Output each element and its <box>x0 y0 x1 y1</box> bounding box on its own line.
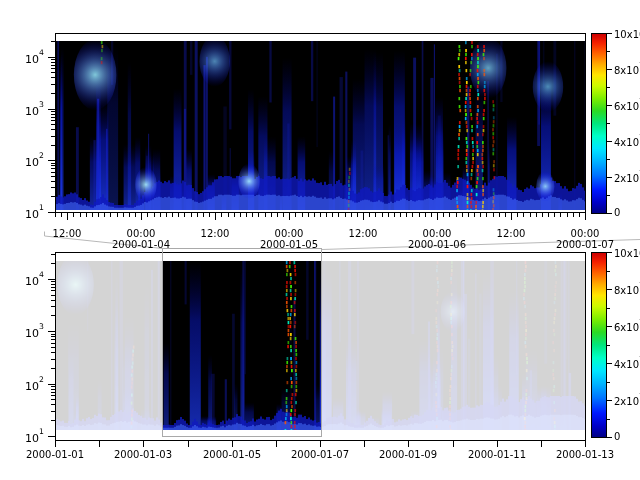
axis-tick <box>232 441 233 447</box>
axis-tick <box>123 213 124 217</box>
axis-tick <box>48 160 55 161</box>
axis-tick-label: 2x107 <box>614 171 640 184</box>
axis-tick <box>129 213 130 217</box>
axis-tick <box>480 213 481 217</box>
axis-tick-label: 00:00 <box>550 228 620 239</box>
axis-tick <box>308 213 309 217</box>
axis-tick <box>240 213 241 217</box>
axis-tick <box>154 213 155 217</box>
axis-tick-label: 2x107 <box>614 394 640 407</box>
axis-tick <box>92 213 93 217</box>
axis-tick-label: 00:00 <box>106 228 176 239</box>
axis-tick <box>607 382 610 383</box>
axis-tick-label: 12:00 <box>476 228 546 239</box>
axis-tick <box>147 213 148 217</box>
axis-tick-label: 12:00 <box>32 228 102 239</box>
top-panel-plot-area[interactable] <box>55 33 586 213</box>
axis-tick <box>338 213 339 217</box>
axis-tick <box>369 213 370 217</box>
axis-tick-label: 2000-01-03 <box>98 449 188 460</box>
axis-tick <box>607 105 612 106</box>
axis-tick <box>453 441 454 447</box>
connector-line <box>322 240 640 250</box>
axis-tick <box>486 213 487 217</box>
axis-tick <box>188 441 189 447</box>
axis-tick <box>160 213 161 217</box>
axis-tick <box>607 345 610 346</box>
axis-tick-label: 102 <box>6 153 44 168</box>
axis-tick <box>431 213 432 217</box>
bottom-colorbar <box>591 252 607 438</box>
axis-tick <box>302 213 303 217</box>
axis-tick-label: 10x107 <box>614 246 640 259</box>
axis-tick <box>314 213 315 217</box>
axis-tick <box>228 213 229 217</box>
axis-tick <box>607 159 610 160</box>
axis-tick <box>607 195 610 196</box>
axis-tick <box>449 213 450 217</box>
axis-tick-label: 2000-01-05 <box>187 449 277 460</box>
axis-tick-label: 6x107 <box>614 99 640 112</box>
axis-tick-label: 101 <box>6 205 44 220</box>
top-spectrogram[interactable] <box>56 41 585 210</box>
axis-tick <box>497 441 498 447</box>
right-dimmed-region <box>322 253 585 440</box>
axis-tick <box>607 326 612 327</box>
axis-tick <box>99 441 100 447</box>
axis-tick-label: 12:00 <box>180 228 250 239</box>
axis-tick <box>364 441 365 447</box>
axis-tick-label: 2000-01-07 <box>540 239 630 250</box>
axis-tick <box>191 213 192 217</box>
axis-tick <box>517 213 518 217</box>
axis-tick <box>408 441 409 447</box>
axis-tick <box>277 213 278 217</box>
connector-line <box>45 236 163 249</box>
axis-tick-label: 2000-01-09 <box>363 449 453 460</box>
axis-tick <box>554 213 555 217</box>
axis-tick-label: 2000-01-01 <box>10 449 100 460</box>
axis-tick <box>345 213 346 217</box>
axis-tick <box>607 87 610 88</box>
axis-tick <box>246 213 247 217</box>
axis-tick-label: 101 <box>6 429 44 444</box>
axis-tick <box>400 213 401 217</box>
axis-tick <box>579 213 580 217</box>
axis-tick-label: 8x107 <box>614 63 640 76</box>
axis-tick <box>276 441 277 447</box>
axis-tick-label: 103 <box>6 102 44 117</box>
axis-tick <box>456 213 457 217</box>
axis-tick <box>607 123 610 124</box>
axis-tick <box>375 213 376 217</box>
axis-tick <box>607 308 610 309</box>
axis-tick <box>542 213 543 217</box>
left-dimmed-region <box>56 253 162 440</box>
axis-tick <box>215 213 216 220</box>
axis-tick <box>271 213 272 217</box>
axis-tick <box>48 109 55 110</box>
axis-tick <box>67 213 68 220</box>
axis-tick <box>530 213 531 217</box>
axis-tick <box>289 213 290 220</box>
axis-tick <box>48 212 55 213</box>
axis-tick <box>493 213 494 217</box>
axis-tick <box>567 213 568 217</box>
axis-tick <box>357 213 358 217</box>
axis-tick <box>184 213 185 217</box>
axis-tick <box>541 441 542 447</box>
axis-tick-label: 4x107 <box>614 135 640 148</box>
axis-tick <box>209 213 210 217</box>
axis-tick <box>234 213 235 217</box>
time-range-selection-box[interactable] <box>162 248 322 437</box>
axis-tick <box>55 213 56 217</box>
axis-tick <box>607 289 612 290</box>
axis-tick <box>607 177 612 178</box>
axis-tick-label: 6x107 <box>614 320 640 333</box>
axis-tick <box>332 213 333 217</box>
axis-tick <box>607 51 610 52</box>
axis-tick-label: 00:00 <box>402 228 472 239</box>
axis-tick <box>166 213 167 217</box>
axis-tick <box>607 400 612 401</box>
axis-tick <box>585 441 586 447</box>
axis-tick-label: 104 <box>6 50 44 65</box>
axis-tick <box>536 213 537 217</box>
